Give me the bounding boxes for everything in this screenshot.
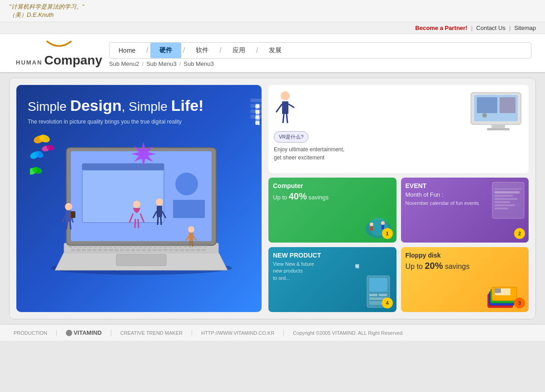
star-decoration xyxy=(130,139,157,169)
partner-link[interactable]: Become a Partner! xyxy=(415,25,467,31)
sep1: | xyxy=(471,25,472,31)
svg-rect-18 xyxy=(66,210,71,222)
sub-menu3b[interactable]: Sub Menu3 xyxy=(183,60,214,67)
card-new-product[interactable]: NEW PRODUCT View New & futurenew product… xyxy=(268,247,396,312)
sep2: | xyxy=(509,25,510,31)
svg-rect-77 xyxy=(114,249,119,251)
svg-rect-30 xyxy=(157,206,162,217)
svg-rect-53 xyxy=(129,245,132,248)
logo-company: Company xyxy=(44,53,102,68)
svg-rect-16 xyxy=(173,200,205,218)
svg-line-98 xyxy=(283,114,284,123)
nav-software[interactable]: 软件 xyxy=(187,43,218,58)
new-product-badge: 4 xyxy=(382,298,393,308)
svg-rect-46 xyxy=(94,245,97,248)
svg-rect-103 xyxy=(500,97,515,113)
svg-rect-42 xyxy=(74,245,77,248)
svg-rect-45 xyxy=(89,245,92,248)
nav-dev[interactable]: 发展 xyxy=(260,43,291,58)
new-product-title: NEW PRODUCT xyxy=(273,252,392,259)
main-nav-area: Home / 硬件 / 软件 / 应用 / 发展 Sub Menu2 / Sub… xyxy=(104,39,531,70)
svg-line-97 xyxy=(288,104,294,108)
production-label: PRODUCTION xyxy=(14,330,47,336)
svg-rect-60 xyxy=(164,245,167,248)
nav-apps[interactable]: 应用 xyxy=(223,43,254,58)
svg-rect-10 xyxy=(116,254,166,266)
svg-line-28 xyxy=(138,219,139,228)
svg-line-21 xyxy=(66,222,67,229)
hero-panel: Simple Design, Simple Life! The revoluti… xyxy=(16,85,262,312)
svg-rect-87 xyxy=(169,249,173,251)
svg-rect-106 xyxy=(487,128,510,130)
svg-rect-90 xyxy=(185,249,189,251)
card-vr-tv[interactable]: VR是什么? Enjoy ultimate entertainment,get … xyxy=(268,85,529,173)
nav-hardware[interactable]: 硬件 xyxy=(150,43,181,58)
svg-rect-43 xyxy=(79,245,82,248)
side-labels: 新媒体学习 教育培训部 新概念学习 计算机编程 xyxy=(250,99,262,119)
card-computer[interactable]: Computer Up to 40% savings 1 xyxy=(268,178,396,243)
main-nav: Home / 硬件 / 软件 / 应用 / 发展 xyxy=(109,42,531,59)
svg-rect-76 xyxy=(109,249,113,251)
svg-rect-61 xyxy=(168,245,172,248)
svg-rect-86 xyxy=(164,249,168,251)
svg-rect-95 xyxy=(282,101,288,114)
content-area: Simple Design, Simple Life! The revoluti… xyxy=(10,78,535,319)
svg-rect-118 xyxy=(495,201,510,203)
svg-rect-79 xyxy=(125,249,129,251)
logo-text: HUMAN Company xyxy=(16,53,102,68)
svg-rect-132 xyxy=(495,288,501,293)
header: HUMAN Company Home / 硬件 / 软件 / 应用 / 发展 S… xyxy=(0,34,545,73)
computer-title: Computer xyxy=(273,182,392,189)
hero-title: Simple Design, Simple Life! xyxy=(28,96,250,115)
vr-person xyxy=(274,90,464,129)
logo-area: HUMAN Company xyxy=(14,39,104,72)
svg-rect-81 xyxy=(136,249,140,251)
tv-svg xyxy=(469,90,528,134)
svg-rect-123 xyxy=(369,294,377,296)
svg-line-96 xyxy=(276,104,282,112)
svg-rect-78 xyxy=(120,249,124,251)
svg-rect-68 xyxy=(203,245,207,248)
svg-rect-113 xyxy=(492,182,524,218)
sub-menu3a[interactable]: Sub Menu3 xyxy=(146,60,177,67)
svg-point-17 xyxy=(65,203,72,210)
svg-rect-59 xyxy=(159,245,162,248)
svg-rect-70 xyxy=(76,249,80,251)
svg-rect-48 xyxy=(104,245,107,248)
svg-rect-119 xyxy=(495,204,515,206)
vr-person-svg xyxy=(274,90,297,127)
svg-rect-67 xyxy=(198,245,202,248)
purple-star-svg xyxy=(130,139,157,167)
svg-rect-105 xyxy=(491,124,505,128)
svg-rect-73 xyxy=(93,249,97,251)
svg-rect-89 xyxy=(180,249,184,251)
svg-rect-74 xyxy=(98,249,102,251)
nav-home[interactable]: Home xyxy=(109,43,144,58)
svg-rect-41 xyxy=(69,245,72,248)
svg-line-27 xyxy=(135,219,135,228)
svg-rect-92 xyxy=(196,249,200,251)
svg-rect-83 xyxy=(147,249,151,251)
svg-rect-69 xyxy=(71,249,75,251)
svg-rect-36 xyxy=(189,233,193,241)
svg-line-22 xyxy=(70,222,71,229)
tagline-text: CREATIVE TREND MAKER xyxy=(120,330,183,336)
quote-bar: "计算机科学是算法的学习。" （美）D.E.Knuth xyxy=(0,0,545,22)
computer-badge: 1 xyxy=(382,228,393,239)
svg-point-111 xyxy=(381,221,385,225)
svg-rect-85 xyxy=(158,249,162,251)
svg-line-99 xyxy=(287,114,287,123)
contact-link[interactable]: Contact Us xyxy=(476,25,505,31)
floppy-title: Floppy disk xyxy=(406,252,525,259)
sitemap-link[interactable]: Sitemap xyxy=(514,25,536,31)
svg-rect-62 xyxy=(173,245,177,248)
card-floppy[interactable]: Floppy disk Up to 20% savings xyxy=(401,247,529,312)
footer-production: PRODUCTION xyxy=(14,330,57,336)
svg-rect-64 xyxy=(183,245,187,248)
svg-rect-112 xyxy=(382,225,384,229)
footer: PRODUCTION VITAMIND CREATIVE TREND MAKER… xyxy=(0,324,545,341)
sub-menu2[interactable]: Sub Menu2 xyxy=(109,60,139,67)
svg-point-104 xyxy=(482,113,487,118)
footer-copyright: Copyright ©2005 VITAMIND. ALL Right Rese… xyxy=(284,330,413,336)
card-event[interactable]: EVENT Month of Fun : November calendar o… xyxy=(401,178,529,243)
